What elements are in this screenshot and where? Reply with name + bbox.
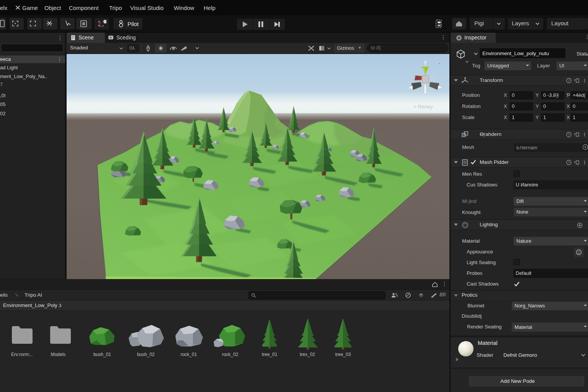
svg-text:?: ? bbox=[568, 79, 570, 83]
svg-text:?: ? bbox=[568, 161, 570, 165]
svg-text:?: ? bbox=[568, 133, 570, 137]
svg-text:< Reney: < Reney bbox=[413, 104, 433, 109]
